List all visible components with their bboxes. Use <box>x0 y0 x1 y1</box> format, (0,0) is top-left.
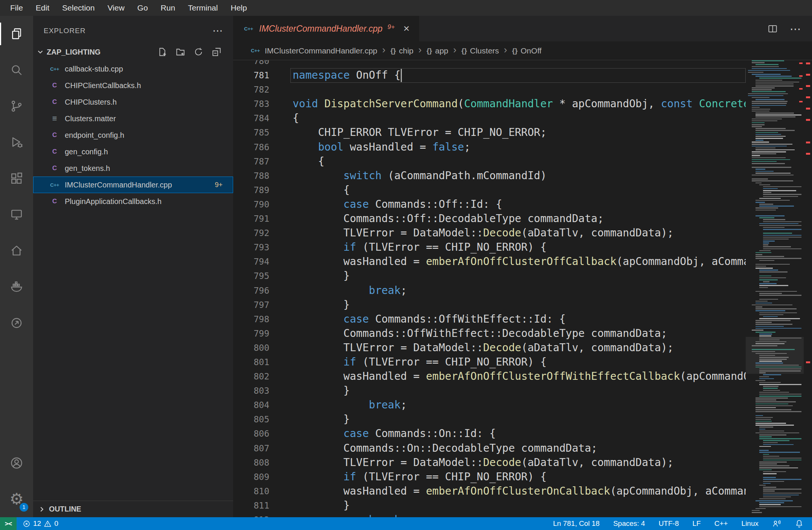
line-number[interactable]: 790 <box>233 197 269 212</box>
code-line[interactable]: break; <box>293 398 746 412</box>
code-line[interactable]: bool wasHandled = false; <box>293 140 746 154</box>
line-number[interactable]: 808 <box>233 455 269 470</box>
line-number[interactable]: 791 <box>233 212 269 226</box>
line-number[interactable]: 796 <box>233 283 269 298</box>
remote-os[interactable]: Linux <box>742 519 759 528</box>
code-line[interactable] <box>293 82 746 97</box>
line-number[interactable]: 810 <box>233 484 269 498</box>
language-mode[interactable]: C++ <box>714 519 728 528</box>
line-number[interactable]: 809 <box>233 470 269 484</box>
activity-source-control[interactable] <box>0 88 33 124</box>
activity-docker[interactable] <box>0 269 33 305</box>
code-line[interactable]: if (TLVError == CHIP_NO_ERROR) { <box>293 470 746 484</box>
line-number[interactable]: 784 <box>233 111 269 125</box>
line-number[interactable]: 786 <box>233 140 269 154</box>
feedback-icon[interactable] <box>772 519 781 528</box>
minimap[interactable] <box>746 60 804 517</box>
refresh-icon[interactable] <box>194 47 203 56</box>
activity-live-share[interactable] <box>0 305 33 341</box>
menu-go[interactable]: Go <box>131 0 154 16</box>
file-item[interactable]: CPluginApplicationCallbacks.h <box>33 193 233 210</box>
activity-run-debug[interactable] <box>0 124 33 160</box>
file-item[interactable]: Cgen_tokens.h <box>33 160 233 177</box>
remote-indicator[interactable]: >< <box>0 517 17 530</box>
code-line[interactable]: } <box>293 412 746 426</box>
file-item[interactable]: CCHIPClusters.h <box>33 94 233 110</box>
code-line[interactable]: CHIP_ERROR TLVError = CHIP_NO_ERROR; <box>293 125 746 140</box>
activity-account[interactable] <box>0 445 33 481</box>
line-number[interactable]: 787 <box>233 154 269 169</box>
menu-edit[interactable]: Edit <box>29 0 56 16</box>
code-line[interactable]: Commands::On::DecodableType commandData; <box>293 441 746 455</box>
line-number[interactable]: 781 <box>233 68 269 82</box>
code-line[interactable]: } <box>293 298 746 312</box>
activity-extensions[interactable] <box>0 160 33 196</box>
notifications-bell-icon[interactable] <box>795 519 804 528</box>
code-line[interactable]: if (TLVError == CHIP_NO_ERROR) { <box>293 240 746 254</box>
code-line[interactable]: if (TLVError == CHIP_NO_ERROR) { <box>293 355 746 369</box>
breadcrumb-symbol[interactable]: chip <box>399 46 414 55</box>
views-more-icon[interactable]: ⋯ <box>212 24 223 37</box>
line-number[interactable]: 788 <box>233 169 269 183</box>
close-icon[interactable]: × <box>403 23 409 34</box>
menu-file[interactable]: File <box>4 0 29 16</box>
eol-sequence[interactable]: LF <box>692 519 701 528</box>
menu-view[interactable]: View <box>101 0 131 16</box>
line-number[interactable]: 802 <box>233 369 269 384</box>
overview-ruler[interactable] <box>804 60 812 517</box>
indentation[interactable]: Spaces: 4 <box>613 519 645 528</box>
code-line[interactable]: switch (aCommandPath.mCommandId) <box>293 169 746 183</box>
breadcrumb-symbol[interactable]: app <box>435 46 448 55</box>
line-number[interactable]: 792 <box>233 226 269 240</box>
line-number[interactable]: 806 <box>233 426 269 441</box>
line-number[interactable]: 798 <box>233 312 269 326</box>
code-line[interactable]: TLVError = DataModel::Decode(aDataTlv, c… <box>293 341 746 355</box>
menu-help[interactable]: Help <box>224 0 253 16</box>
code-line[interactable]: } <box>293 498 746 513</box>
line-number[interactable]: 794 <box>233 254 269 269</box>
line-number[interactable]: 793 <box>233 240 269 254</box>
collapse-all-icon[interactable] <box>212 47 221 56</box>
activity-search[interactable] <box>0 52 33 88</box>
line-number[interactable]: 803 <box>233 384 269 398</box>
code-line[interactable]: { <box>293 183 746 197</box>
file-item[interactable]: CCHIPClientCallbacks.h <box>33 77 233 94</box>
code-line[interactable]: break; <box>293 513 746 517</box>
folder-section-header[interactable]: ZAP_LIGHTING <box>33 46 233 58</box>
line-number[interactable]: 780 <box>233 60 269 68</box>
line-number[interactable]: 795 <box>233 269 269 283</box>
line-number[interactable]: 785 <box>233 125 269 140</box>
code-line[interactable]: case Commands::On::Id: { <box>293 426 746 441</box>
code-line[interactable]: Commands::Off::DecodableType commandData… <box>293 212 746 226</box>
new-file-icon[interactable] <box>158 47 167 56</box>
code-line[interactable]: break; <box>293 283 746 298</box>
code-line[interactable] <box>293 60 746 68</box>
code-line[interactable]: TLVError = DataModel::Decode(aDataTlv, c… <box>293 455 746 470</box>
line-number[interactable]: 801 <box>233 355 269 369</box>
code-line[interactable]: void DispatchServerCommand(CommandHandle… <box>293 97 746 111</box>
breadcrumb-file[interactable]: IMClusterCommandHandler.cpp <box>265 46 377 55</box>
new-folder-icon[interactable] <box>176 47 185 56</box>
code-line[interactable]: wasHandled = emberAfOnOffClusterOnCallba… <box>293 484 746 498</box>
code-line[interactable]: case Commands::OffWithEffect::Id: { <box>293 312 746 326</box>
code-line[interactable]: case Commands::Off::Id: { <box>293 197 746 212</box>
file-item[interactable]: Cgen_config.h <box>33 143 233 160</box>
code-line[interactable]: } <box>293 384 746 398</box>
activity-home[interactable] <box>0 233 33 269</box>
cursor-position[interactable]: Ln 781, Col 18 <box>553 519 600 528</box>
line-number[interactable]: 800 <box>233 341 269 355</box>
line-number[interactable]: 812 <box>233 513 269 517</box>
breadcrumb-symbol[interactable]: OnOff <box>520 46 542 55</box>
code-line[interactable]: } <box>293 269 746 283</box>
editor-more-icon[interactable]: ⋯ <box>790 22 801 35</box>
menu-run[interactable]: Run <box>154 0 182 16</box>
outline-section-header[interactable]: OUTLINE <box>33 501 233 517</box>
breadcrumb-symbol[interactable]: Clusters <box>470 46 499 55</box>
code-line[interactable]: Commands::OffWithEffect::DecodableType c… <box>293 326 746 341</box>
code-line[interactable]: wasHandled = emberAfOnOffClusterOffWithE… <box>293 369 746 384</box>
activity-settings[interactable]: ⚙ 1 <box>0 481 33 517</box>
line-number[interactable]: 804 <box>233 398 269 412</box>
problems-status[interactable]: 12 0 <box>17 517 64 530</box>
line-number[interactable]: 811 <box>233 498 269 513</box>
activity-explorer[interactable] <box>0 16 33 52</box>
